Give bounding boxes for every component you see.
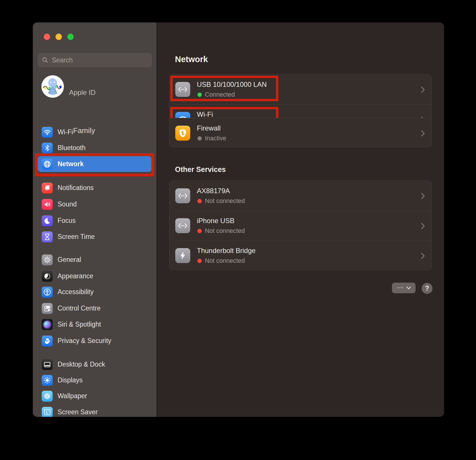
other-services-card: AX88179A Not connected iPhone USB	[169, 181, 432, 270]
status-dot-red	[197, 229, 202, 233]
sidebar-item-label: Displays	[58, 376, 83, 384]
service-row-thunderbolt-bridge[interactable]: Thunderbolt Bridge Not connected	[170, 241, 431, 271]
sidebar-item-general[interactable]: General	[38, 252, 152, 268]
sidebar-item-focus[interactable]: Focus	[38, 213, 152, 229]
hourglass-icon	[42, 231, 53, 242]
sidebar-item-label: Focus	[58, 217, 76, 225]
sidebar-item-label: Wallpaper	[58, 392, 87, 400]
firewall-card: Firewall Inactive	[169, 118, 432, 147]
desktop-window-icon	[42, 359, 53, 370]
service-status: Not connected	[197, 257, 245, 264]
sidebar-item-label: Control Centre	[58, 304, 101, 312]
sidebar-item-label: Bluetooth	[58, 144, 85, 152]
bell-icon	[42, 183, 53, 193]
window-controls	[44, 34, 74, 40]
other-services-heading: Other Services	[175, 165, 226, 174]
sidebar-item-network[interactable]: Network	[38, 156, 152, 172]
zoom-button[interactable]	[67, 34, 74, 40]
desktop-background: Apple ID Family Wi-Fi Bluetooth Network	[0, 0, 476, 460]
sidebar-item-sound[interactable]: Sound	[38, 196, 152, 212]
sidebar-item-desktop-dock[interactable]: Desktop & Dock	[38, 356, 152, 372]
service-status: Not connected	[197, 227, 245, 235]
screensaver-icon	[42, 407, 53, 417]
sidebar-item-screen-saver[interactable]: Screen Saver	[38, 404, 152, 417]
minimize-button[interactable]	[56, 34, 62, 40]
search-icon	[42, 57, 48, 63]
service-status: Inactive	[197, 135, 226, 142]
sidebar-item-displays[interactable]: Displays	[38, 372, 152, 388]
thunderbolt-icon	[175, 248, 190, 263]
service-name: iPhone USB	[197, 217, 235, 225]
sidebar-item-wifi[interactable]: Wi-Fi	[38, 124, 152, 140]
sidebar-item-accessibility[interactable]: Accessibility	[38, 284, 152, 300]
ethernet-icon	[175, 188, 190, 203]
appearance-icon	[42, 271, 53, 282]
status-dot-red	[197, 199, 202, 203]
close-button[interactable]	[44, 34, 50, 40]
sidebar-item-label: Desktop & Dock	[58, 361, 105, 368]
status-dot-red	[197, 259, 202, 263]
service-row-iphone-usb[interactable]: iPhone USB Not connected	[170, 211, 431, 241]
service-name: Thunderbolt Bridge	[197, 247, 256, 255]
hand-icon	[42, 336, 53, 346]
service-name: Firewall	[197, 124, 221, 132]
ethernet-icon	[175, 218, 190, 233]
chevron-right-icon	[421, 223, 425, 231]
service-row-firewall[interactable]: Firewall Inactive	[170, 118, 431, 148]
search-field[interactable]	[38, 53, 152, 67]
sidebar-item-label: Screen Time	[58, 233, 95, 241]
sidebar-item-label: Appearance	[58, 272, 93, 280]
moon-icon	[42, 215, 53, 226]
sidebar-item-label: Wi-Fi	[58, 128, 73, 136]
system-settings-window: Apple ID Family Wi-Fi Bluetooth Network	[33, 22, 444, 417]
sidebar-item-control-centre[interactable]: Control Centre	[38, 300, 152, 316]
service-status: Connected	[197, 91, 235, 98]
chevron-right-icon	[421, 130, 425, 138]
question-mark: ?	[425, 285, 429, 292]
sun-icon	[42, 375, 53, 386]
sidebar: Apple ID Family Wi-Fi Bluetooth Network	[33, 22, 157, 417]
sidebar-item-screen-time[interactable]: Screen Time	[38, 229, 152, 245]
status-dot-green	[197, 93, 202, 97]
bluetooth-icon	[42, 143, 53, 154]
sidebar-item-label: Privacy & Security	[58, 337, 111, 345]
chevron-right-icon	[421, 252, 425, 260]
service-row-usb-lan[interactable]: USB 10/100/1000 LAN Connected	[170, 74, 431, 104]
globe-icon	[42, 159, 53, 170]
speaker-icon	[42, 199, 53, 210]
more-options-button[interactable]: ⋯	[392, 283, 416, 293]
sidebar-item-notifications[interactable]: Notifications	[38, 180, 152, 196]
sidebar-item-wallpaper[interactable]: Wallpaper	[38, 388, 152, 404]
service-name: USB 10/100/1000 LAN	[197, 80, 267, 89]
sidebar-item-privacy-security[interactable]: Privacy & Security	[38, 333, 152, 349]
wifi-icon	[42, 127, 53, 138]
accessibility-icon	[42, 287, 53, 298]
sidebar-item-siri-spotlight[interactable]: Siri & Spotlight	[38, 317, 152, 332]
toggles-icon	[42, 303, 53, 314]
service-row-ax88179a[interactable]: AX88179A Not connected	[170, 181, 431, 211]
search-input[interactable]	[51, 56, 147, 64]
sidebar-item-label: Screen Saver	[58, 408, 98, 416]
ethernet-icon	[175, 82, 190, 97]
status-dot-gray	[197, 136, 202, 141]
service-name: AX88179A	[197, 187, 230, 195]
sidebar-item-label: Sound	[58, 200, 77, 208]
page-title: Network	[175, 55, 208, 64]
help-button[interactable]: ?	[422, 283, 433, 294]
gear-icon	[42, 254, 53, 265]
sidebar-item-label: Notifications	[58, 184, 94, 192]
service-name: Wi-Fi	[197, 110, 213, 118]
avatar[interactable]	[41, 75, 64, 98]
service-status: Not connected	[197, 198, 245, 205]
chevron-right-icon	[421, 86, 425, 94]
sidebar-item-label: Accessibility	[58, 288, 94, 296]
apple-id-label[interactable]: Apple ID	[69, 89, 96, 97]
network-pane: Network USB 10/100/1000 LAN Connected	[157, 22, 444, 417]
sidebar-item-label: General	[58, 256, 81, 264]
firewall-shield-icon	[175, 126, 190, 141]
chevron-down-icon	[406, 286, 411, 290]
sidebar-item-bluetooth[interactable]: Bluetooth	[38, 140, 152, 156]
sidebar-item-appearance[interactable]: Appearance	[38, 268, 152, 284]
sidebar-item-label: Siri & Spotlight	[58, 321, 101, 328]
sidebar-item-label: Network	[58, 160, 84, 168]
